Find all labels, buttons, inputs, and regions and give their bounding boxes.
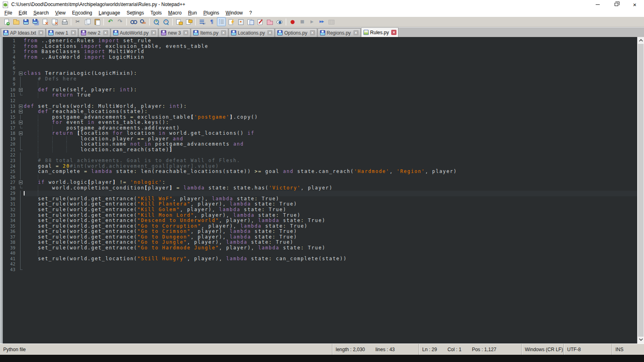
tab-new-3[interactable]: new 3×	[159, 28, 190, 37]
tab-close-button[interactable]: ×	[310, 30, 315, 35]
tab-locations-py[interactable]: Locations.py×	[229, 28, 275, 37]
menu-edit[interactable]: Edit	[15, 9, 30, 16]
stop-recording-button[interactable]	[298, 17, 307, 26]
show-indent-guide-button[interactable]	[217, 17, 226, 26]
fold-collapse-box[interactable]	[18, 131, 24, 136]
code-text: set_rule(world.get_entrance("Descend to …	[24, 218, 637, 224]
show-all-characters-button[interactable]	[207, 17, 216, 26]
copy-button[interactable]	[83, 17, 92, 26]
menu-settings[interactable]: Settings	[123, 9, 147, 16]
tab-new-1[interactable]: new 1×	[46, 28, 78, 37]
copy-icon	[84, 19, 91, 25]
tab-close-button[interactable]: ×	[183, 30, 188, 35]
tab-close-button[interactable]: ×	[221, 30, 226, 35]
document-list-button[interactable]	[246, 17, 255, 26]
tab-items-py[interactable]: Items.py×	[191, 28, 228, 37]
line-number: 4	[3, 55, 18, 60]
folder-as-workspace-button[interactable]	[265, 17, 274, 26]
close-all-button[interactable]	[50, 17, 59, 26]
redo-button[interactable]	[116, 17, 124, 26]
define-your-language-button[interactable]	[256, 17, 264, 26]
paste-button[interactable]	[93, 17, 101, 26]
fold-margin	[18, 240, 24, 245]
code-text: location.player == player and	[24, 136, 637, 142]
menu-run[interactable]: Run	[185, 9, 200, 16]
file-monitoring-button[interactable]	[275, 17, 284, 26]
line-number: 41	[3, 256, 18, 262]
close-file-button[interactable]	[41, 17, 50, 26]
fold-collapse-box[interactable]	[18, 109, 24, 115]
tab-close-button[interactable]: ×	[267, 30, 272, 35]
code-editor-surface[interactable]: 1from ..generic.Rules import set_rule2fr…	[3, 37, 637, 343]
fold-collapse-box[interactable]	[18, 71, 24, 76]
line-number: 25	[3, 169, 18, 175]
status-length: length : 2,030	[336, 347, 365, 352]
menu-file[interactable]: File	[1, 9, 15, 16]
tab-close-button[interactable]: ×	[38, 30, 43, 35]
scroll-down-button[interactable]	[638, 337, 644, 343]
tab-close-button[interactable]: ×	[353, 30, 359, 35]
menu-plugins[interactable]: Plugins	[200, 9, 222, 16]
menu-language[interactable]: Language	[95, 9, 123, 16]
tab-new-2[interactable]: new 2×	[78, 28, 110, 37]
scrollbar-thumb[interactable]	[638, 44, 644, 337]
function-list-button[interactable]	[227, 17, 235, 26]
undo-button[interactable]	[106, 17, 115, 26]
playback-macro-button[interactable]	[308, 17, 316, 26]
tab-close-button[interactable]: ×	[391, 30, 396, 35]
save-all-button[interactable]	[31, 17, 40, 26]
fold-collapse-box[interactable]	[18, 104, 24, 109]
code-line: 19 location.player == player and	[3, 136, 637, 142]
restore-button[interactable]	[607, 0, 625, 9]
status-insert-mode[interactable]: INS	[612, 344, 644, 355]
menu-window[interactable]: Window	[223, 9, 246, 16]
cut-button[interactable]	[73, 17, 82, 26]
fold-collapse-box[interactable]	[18, 87, 24, 93]
menu-tools[interactable]: Tools	[147, 9, 165, 16]
tab-close-button[interactable]: ×	[151, 30, 156, 35]
code-text: postgame_advancements = exclusion_table[…	[24, 115, 637, 120]
word-wrap-icon	[199, 19, 205, 25]
toolbar-separator	[172, 19, 173, 25]
replace-button[interactable]	[138, 17, 147, 26]
zoom-in-icon	[153, 19, 159, 25]
sync-vertical-scrolling-button[interactable]	[175, 17, 184, 26]
tab-label: Options.py	[284, 30, 307, 36]
print-button[interactable]	[60, 17, 69, 26]
menu-help[interactable]: ?	[246, 9, 255, 16]
tab-options-py[interactable]: Options.py×	[275, 28, 317, 37]
code-text	[24, 66, 637, 71]
open-file-button[interactable]	[12, 17, 21, 26]
find-button[interactable]	[129, 17, 138, 26]
fold-collapse-box[interactable]	[18, 180, 24, 185]
close-button[interactable]: ×	[625, 0, 644, 9]
menu-encoding[interactable]: Encoding	[69, 9, 95, 16]
minimize-button[interactable]	[588, 0, 607, 9]
vertical-scrollbar[interactable]	[637, 37, 644, 343]
fold-collapse-box[interactable]	[18, 120, 24, 125]
word-wrap-button[interactable]	[198, 17, 206, 26]
tab-regions-py[interactable]: Regions.py×	[318, 28, 361, 37]
tab-autoworld-py[interactable]: AutoWorld.py×	[111, 28, 159, 37]
run-macro-multiple-times-button[interactable]	[317, 17, 326, 26]
menu-view[interactable]: View	[52, 9, 69, 16]
tab-rules-py[interactable]: Rules.py×	[361, 27, 399, 37]
tab-label: Items.py	[200, 30, 218, 36]
new-file-button[interactable]	[2, 17, 11, 26]
zoom-in-button[interactable]	[152, 17, 161, 26]
code-line: 35 set_rule(world.get_entrance("Go to Co…	[3, 224, 637, 229]
zoom-out-button[interactable]	[161, 17, 170, 26]
sync-horizontal-scrolling-button[interactable]	[184, 17, 193, 26]
document-map-button[interactable]	[236, 17, 245, 26]
menu-search[interactable]: Search	[30, 9, 52, 16]
tab-close-button[interactable]: ×	[71, 30, 76, 35]
record-macro-button[interactable]	[288, 17, 297, 26]
menu-macro[interactable]: Macro	[165, 9, 185, 16]
tab-close-button[interactable]: ×	[103, 30, 108, 35]
code-line: 25 can_complete = lambda state: len(reac…	[3, 169, 637, 175]
save-file-button[interactable]	[21, 17, 30, 26]
code-text: world.completion_condition[player] = lam…	[24, 185, 637, 191]
scroll-up-button[interactable]	[638, 37, 644, 44]
code-text	[24, 152, 637, 158]
tab-ap-ideas-txt[interactable]: AP Ideas.txt×	[1, 28, 45, 37]
